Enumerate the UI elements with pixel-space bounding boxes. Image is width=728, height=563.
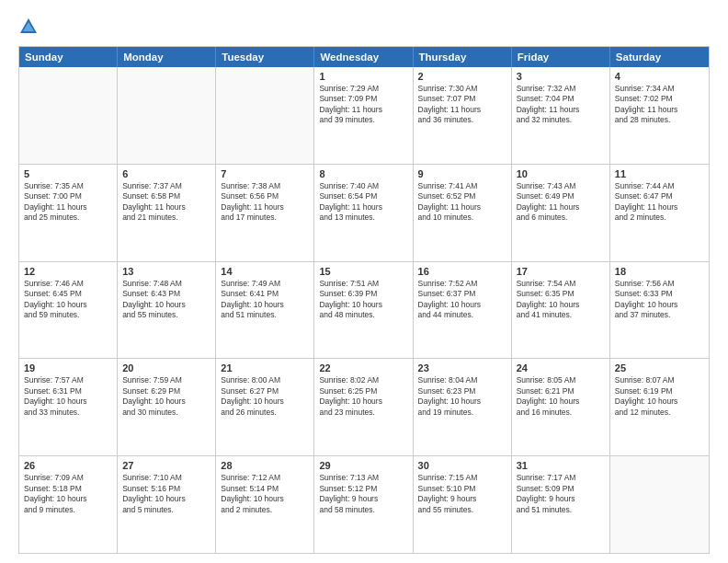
day-info: Sunrise: 8:07 AM Sunset: 6:19 PM Dayligh… — [615, 375, 704, 418]
day-number: 8 — [319, 168, 407, 179]
day-number: 31 — [517, 460, 605, 471]
header-day-sunday: Sunday — [19, 47, 118, 67]
day-cell-19: 19Sunrise: 7:57 AM Sunset: 6:31 PM Dayli… — [19, 359, 118, 455]
day-number: 17 — [517, 266, 605, 277]
day-info: Sunrise: 7:15 AM Sunset: 5:10 PM Dayligh… — [418, 473, 506, 515]
day-info: Sunrise: 7:38 AM Sunset: 6:56 PM Dayligh… — [221, 181, 309, 224]
day-info: Sunrise: 7:29 AM Sunset: 7:09 PM Dayligh… — [319, 84, 407, 126]
day-number: 16 — [418, 266, 506, 277]
day-cell-8: 8Sunrise: 7:40 AM Sunset: 6:54 PM Daylig… — [314, 165, 413, 261]
day-number: 29 — [319, 460, 407, 471]
day-number: 23 — [418, 362, 506, 373]
day-number: 30 — [418, 460, 506, 471]
day-cell-23: 23Sunrise: 8:04 AM Sunset: 6:23 PM Dayli… — [414, 359, 512, 455]
day-cell-9: 9Sunrise: 7:41 AM Sunset: 6:52 PM Daylig… — [414, 165, 512, 261]
day-number: 9 — [418, 168, 506, 179]
day-number: 4 — [615, 71, 704, 82]
day-cell-27: 27Sunrise: 7:10 AM Sunset: 5:16 PM Dayli… — [118, 456, 216, 553]
day-number: 3 — [517, 71, 605, 82]
day-cell-25: 25Sunrise: 8:07 AM Sunset: 6:19 PM Dayli… — [610, 359, 709, 455]
day-cell-12: 12Sunrise: 7:46 AM Sunset: 6:45 PM Dayli… — [19, 262, 118, 359]
day-info: Sunrise: 7:10 AM Sunset: 5:16 PM Dayligh… — [122, 473, 210, 515]
day-info: Sunrise: 8:05 AM Sunset: 6:21 PM Dayligh… — [517, 375, 605, 418]
day-info: Sunrise: 7:56 AM Sunset: 6:33 PM Dayligh… — [615, 279, 704, 321]
day-cell-3: 3Sunrise: 7:32 AM Sunset: 7:04 PM Daylig… — [512, 67, 610, 164]
day-number: 18 — [615, 266, 704, 277]
day-cell-11: 11Sunrise: 7:44 AM Sunset: 6:47 PM Dayli… — [610, 165, 709, 261]
day-cell-28: 28Sunrise: 7:12 AM Sunset: 5:14 PM Dayli… — [216, 456, 314, 553]
day-number: 24 — [517, 362, 605, 373]
day-cell-16: 16Sunrise: 7:52 AM Sunset: 6:37 PM Dayli… — [414, 262, 512, 359]
day-number: 5 — [24, 168, 112, 179]
day-number: 13 — [122, 266, 210, 277]
day-number: 20 — [122, 362, 210, 373]
day-info: Sunrise: 7:32 AM Sunset: 7:04 PM Dayligh… — [517, 84, 605, 126]
day-cell-7: 7Sunrise: 7:38 AM Sunset: 6:56 PM Daylig… — [216, 165, 314, 261]
calendar: SundayMondayTuesdayWednesdayThursdayFrid… — [18, 46, 710, 554]
day-info: Sunrise: 8:04 AM Sunset: 6:23 PM Dayligh… — [418, 375, 506, 418]
day-info: Sunrise: 7:41 AM Sunset: 6:52 PM Dayligh… — [418, 181, 506, 224]
day-cell-26: 26Sunrise: 7:09 AM Sunset: 5:18 PM Dayli… — [19, 456, 118, 553]
day-info: Sunrise: 8:02 AM Sunset: 6:25 PM Dayligh… — [319, 375, 407, 418]
day-info: Sunrise: 7:43 AM Sunset: 6:49 PM Dayligh… — [517, 181, 605, 224]
day-info: Sunrise: 7:49 AM Sunset: 6:41 PM Dayligh… — [221, 279, 309, 321]
logo-icon — [18, 17, 39, 37]
day-number: 2 — [418, 71, 506, 82]
day-cell-30: 30Sunrise: 7:15 AM Sunset: 5:10 PM Dayli… — [414, 456, 512, 553]
calendar-row-0: 1Sunrise: 7:29 AM Sunset: 7:09 PM Daylig… — [19, 67, 709, 164]
logo — [18, 17, 42, 39]
day-cell-22: 22Sunrise: 8:02 AM Sunset: 6:25 PM Dayli… — [314, 359, 413, 455]
day-cell-24: 24Sunrise: 8:05 AM Sunset: 6:21 PM Dayli… — [512, 359, 610, 455]
calendar-row-3: 19Sunrise: 7:57 AM Sunset: 6:31 PM Dayli… — [19, 358, 709, 455]
day-number: 25 — [615, 362, 704, 373]
day-info: Sunrise: 7:59 AM Sunset: 6:29 PM Dayligh… — [122, 375, 210, 418]
day-cell-4: 4Sunrise: 7:34 AM Sunset: 7:02 PM Daylig… — [610, 67, 709, 164]
header-day-friday: Friday — [512, 47, 610, 67]
day-number: 7 — [221, 168, 309, 179]
day-cell-15: 15Sunrise: 7:51 AM Sunset: 6:39 PM Dayli… — [314, 262, 413, 359]
empty-cell — [19, 67, 118, 164]
day-number: 19 — [24, 362, 112, 373]
day-number: 28 — [221, 460, 309, 471]
day-cell-14: 14Sunrise: 7:49 AM Sunset: 6:41 PM Dayli… — [216, 262, 314, 359]
day-cell-18: 18Sunrise: 7:56 AM Sunset: 6:33 PM Dayli… — [610, 262, 709, 359]
calendar-body: 1Sunrise: 7:29 AM Sunset: 7:09 PM Daylig… — [19, 67, 709, 553]
day-info: Sunrise: 7:09 AM Sunset: 5:18 PM Dayligh… — [24, 473, 112, 515]
day-number: 21 — [221, 362, 309, 373]
calendar-row-4: 26Sunrise: 7:09 AM Sunset: 5:18 PM Dayli… — [19, 455, 709, 553]
day-number: 27 — [122, 460, 210, 471]
day-number: 14 — [221, 266, 309, 277]
day-cell-5: 5Sunrise: 7:35 AM Sunset: 7:00 PM Daylig… — [19, 165, 118, 261]
day-info: Sunrise: 7:12 AM Sunset: 5:14 PM Dayligh… — [221, 473, 309, 515]
header-day-thursday: Thursday — [414, 47, 512, 67]
day-info: Sunrise: 7:40 AM Sunset: 6:54 PM Dayligh… — [319, 181, 407, 224]
header-day-saturday: Saturday — [610, 47, 709, 67]
day-number: 15 — [319, 266, 407, 277]
day-cell-2: 2Sunrise: 7:30 AM Sunset: 7:07 PM Daylig… — [414, 67, 512, 164]
day-info: Sunrise: 8:00 AM Sunset: 6:27 PM Dayligh… — [221, 375, 309, 418]
day-cell-21: 21Sunrise: 8:00 AM Sunset: 6:27 PM Dayli… — [216, 359, 314, 455]
calendar-row-1: 5Sunrise: 7:35 AM Sunset: 7:00 PM Daylig… — [19, 164, 709, 261]
day-number: 6 — [122, 168, 210, 179]
day-info: Sunrise: 7:48 AM Sunset: 6:43 PM Dayligh… — [122, 279, 210, 321]
page: SundayMondayTuesdayWednesdayThursdayFrid… — [0, 0, 728, 563]
day-info: Sunrise: 7:57 AM Sunset: 6:31 PM Dayligh… — [24, 375, 112, 418]
day-info: Sunrise: 7:35 AM Sunset: 7:00 PM Dayligh… — [24, 181, 112, 224]
header — [18, 17, 710, 39]
day-cell-29: 29Sunrise: 7:13 AM Sunset: 5:12 PM Dayli… — [314, 456, 413, 553]
day-info: Sunrise: 7:34 AM Sunset: 7:02 PM Dayligh… — [615, 84, 704, 126]
day-cell-13: 13Sunrise: 7:48 AM Sunset: 6:43 PM Dayli… — [118, 262, 216, 359]
day-info: Sunrise: 7:51 AM Sunset: 6:39 PM Dayligh… — [319, 279, 407, 321]
day-cell-10: 10Sunrise: 7:43 AM Sunset: 6:49 PM Dayli… — [512, 165, 610, 261]
day-cell-20: 20Sunrise: 7:59 AM Sunset: 6:29 PM Dayli… — [118, 359, 216, 455]
header-day-tuesday: Tuesday — [216, 47, 314, 67]
day-info: Sunrise: 7:37 AM Sunset: 6:58 PM Dayligh… — [122, 181, 210, 224]
calendar-row-2: 12Sunrise: 7:46 AM Sunset: 6:45 PM Dayli… — [19, 261, 709, 359]
calendar-header: SundayMondayTuesdayWednesdayThursdayFrid… — [19, 47, 709, 67]
empty-cell — [118, 67, 216, 164]
empty-cell — [610, 456, 709, 553]
day-info: Sunrise: 7:52 AM Sunset: 6:37 PM Dayligh… — [418, 279, 506, 321]
header-day-wednesday: Wednesday — [314, 47, 413, 67]
day-info: Sunrise: 7:30 AM Sunset: 7:07 PM Dayligh… — [418, 84, 506, 126]
day-info: Sunrise: 7:44 AM Sunset: 6:47 PM Dayligh… — [615, 181, 704, 224]
